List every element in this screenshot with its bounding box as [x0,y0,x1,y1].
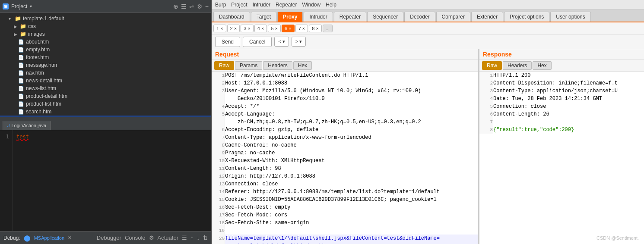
menu-project[interactable]: Project [231,2,247,8]
move-up-icon[interactable]: ↑ [190,235,194,241]
tree-item-footer[interactable]: 📄 footer.htm [0,53,211,61]
tree-item-about[interactable]: 📄 about.htm [0,38,211,46]
num-tab-4[interactable]: 4 × [254,25,267,32]
req-tab-hex[interactable]: Hex [293,61,312,70]
bottom-bar: Debug: ⬤ MSApplication ✕ Debugger Consol… [0,231,211,244]
cancel-button[interactable]: Cancel [243,37,272,47]
tab-proxy[interactable]: Proxy [277,12,303,22]
tree-item-news-list[interactable]: 📄 news-list.htm [0,84,211,92]
debugger-tab-btn[interactable]: Debugger [97,235,121,241]
send-button[interactable]: Send [215,37,240,47]
num-tab-5[interactable]: 5 × [268,25,281,32]
req-tab-raw[interactable]: Raw [214,61,234,70]
num-tab-6[interactable]: 6 × [282,25,295,32]
request-line-num: 6 [212,126,225,134]
num-tab-1[interactable]: 1 × [213,25,226,32]
actuator-tab-btn[interactable]: Actuator [158,235,178,241]
request-line-num: 13 [212,180,225,188]
num-tab-ellipsis[interactable]: ... [323,25,333,32]
tab-sequencer[interactable]: Sequencer [367,12,403,22]
left-top-bar: ▣ Project ▾ ⊕ ☰ ⇌ ⚙ − [0,0,211,13]
minimize-icon[interactable]: − [205,3,209,10]
tree-item-template[interactable]: ▾ 📁 template.1.default [0,15,211,22]
nav-forward-button[interactable]: > ▾ [292,37,306,47]
project-dropdown-arrow[interactable]: ▾ [30,4,32,9]
tree-item-news-detail[interactable]: 📄 news-detail.htm [0,77,211,84]
editor-line-numbers: 1 [0,130,13,231]
split-icon[interactable]: ⇌ [189,3,194,10]
tab-dashboard[interactable]: Dashboard [213,12,250,22]
tree-item-product-detail[interactable]: 📄 product-detail.htm [0,92,211,100]
tab-user-options[interactable]: User options [550,12,590,22]
tree-item-nav[interactable]: 📄 nav.htm [0,69,211,77]
response-code-area[interactable]: 1HTTP/1.1 2002Content-Disposition: inlin… [479,72,644,244]
expand-icon[interactable]: ⇅ [203,235,208,241]
req-tab-headers[interactable]: Headers [263,61,292,70]
menu-intruder[interactable]: Intruder [253,2,270,8]
list-icon[interactable]: ☰ [181,3,187,10]
tab-target[interactable]: Target [251,12,276,22]
response-code-line: {"result":true,"code":200} [493,126,644,134]
tab-decoder[interactable]: Decoder [404,12,435,22]
tree-item-product-list[interactable]: 📄 product-list.htm [0,100,211,108]
number-tab-bar: 1 × 2 × 3 × 4 × 5 × 6 × 7 × 8 × ... [212,22,644,34]
num-tab-8[interactable]: 8 × [309,25,322,32]
request-code-table: 1POST /ms/template/writeFileContent.do H… [212,72,478,244]
response-header: Response [479,49,644,60]
tab-repeater[interactable]: Repeater [334,12,366,22]
toolbar-list-icon[interactable]: ☰ [182,235,187,241]
folder-icon: 📁 [15,16,21,22]
request-line-num: 11 [212,165,225,172]
menu-help[interactable]: Help [326,2,336,8]
request-line-num [212,118,225,126]
menu-window[interactable]: Window [302,2,320,8]
editor-area: 1 test [0,130,211,231]
req-tab-params[interactable]: Params [235,61,262,70]
settings-icon[interactable]: ⚙ [197,3,203,10]
num-tab-3[interactable]: 3 × [241,25,254,32]
app-name[interactable]: MSApplication [34,235,64,241]
tree-item-message[interactable]: 📄 message.htm [0,61,211,69]
request-code-line: fileName=template\1/\default\shell.jspx&… [225,235,478,242]
request-line-num: 9 [212,149,225,157]
move-down-icon[interactable]: ↓ [197,235,200,241]
tab-project-options[interactable]: Project options [504,12,549,22]
menu-burp[interactable]: Burp [215,2,226,8]
htm-file-icon: 📄 [18,109,24,115]
resp-tab-hex[interactable]: Hex [533,61,551,70]
request-code-line: Sec-Fetch-Site: same-origin [225,219,478,227]
tree-item-css[interactable]: ▶ 📁 css [0,22,211,30]
tab-intruder[interactable]: Intruder [304,12,333,22]
tree-item-images[interactable]: ▶ 📁 images [0,30,211,38]
num-tab-7[interactable]: 7 × [295,25,308,32]
request-line-num: 18 [212,219,225,227]
response-code-line: Connection: close [493,103,644,110]
request-line-num: 16 [212,203,225,211]
resp-tab-raw[interactable]: Raw [482,61,502,70]
request-code-line: Cookie: JSESSIONID=55AEA886EAE620D37899F… [225,196,478,203]
tree-item-search[interactable]: 📄 search.htm [0,108,211,116]
nav-back-button[interactable]: < ▾ [274,37,289,47]
num-tab-2[interactable]: 2 × [227,25,240,32]
request-code-area[interactable]: 1POST /ms/template/writeFileContent.do H… [212,72,478,244]
request-code-line: template\1/\default\index.htm [225,242,478,244]
tab-comparer[interactable]: Comparer [436,12,470,22]
htm-file-icon: 📄 [18,55,24,60]
folder-arrow: ▶ [14,32,18,37]
request-line-num: 2 [212,79,225,87]
close-tab-icon[interactable]: ✕ [68,235,72,241]
folder-icon: 📁 [20,23,26,29]
editor-content[interactable]: test [13,130,211,231]
tree-item-empty[interactable]: 📄 empty.htm [0,46,211,53]
folder-icon: 📁 [20,31,26,37]
console-tab-btn[interactable]: Console [125,235,146,241]
response-code-line: Content-Type: application/json;charset=U [493,87,644,95]
globe-icon[interactable]: ⊕ [173,3,178,10]
tab-extender[interactable]: Extender [471,12,503,22]
request-line-num: 10 [212,157,225,165]
editor-tab-loginaction[interactable]: J LoginAction.java [3,121,51,130]
htm-file-icon: 📄 [18,86,24,91]
resp-tab-headers[interactable]: Headers [503,61,532,70]
folder-arrow: ▶ [14,24,18,29]
menu-repeater[interactable]: Repeater [276,2,297,8]
